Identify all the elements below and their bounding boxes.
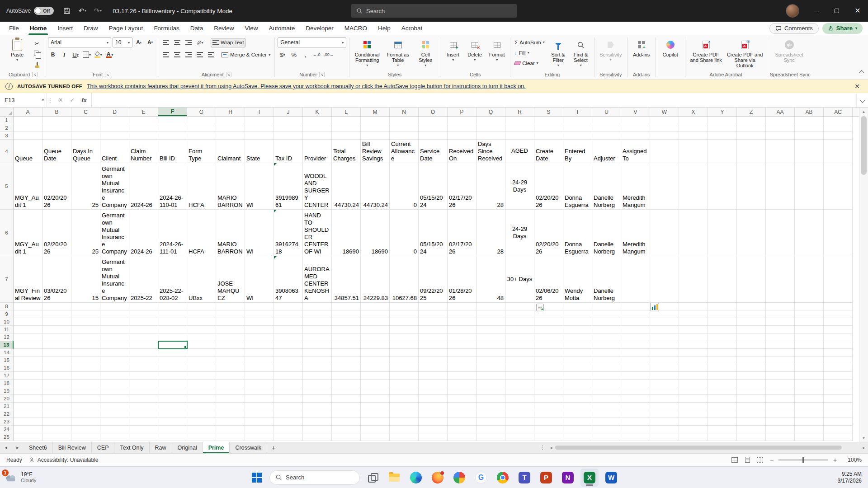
cell-s3[interactable] xyxy=(534,132,563,140)
title-search-box[interactable]: Search xyxy=(351,4,517,18)
cell-l7[interactable]: 34857.51 xyxy=(332,256,361,303)
cell-f24[interactable] xyxy=(158,426,187,433)
row-header-15[interactable]: 15 xyxy=(0,357,14,364)
cell-v15[interactable] xyxy=(621,357,650,364)
cell-s11[interactable] xyxy=(534,326,563,333)
row-header-1[interactable]: 1 xyxy=(0,117,14,124)
cell-s4[interactable]: Create Date xyxy=(534,140,563,163)
cell-e1[interactable] xyxy=(129,117,158,124)
formula-input[interactable] xyxy=(92,93,856,107)
cell-l24[interactable] xyxy=(332,426,361,433)
cell-i2[interactable] xyxy=(245,124,274,132)
cell-q21[interactable] xyxy=(476,403,505,410)
cell-q10[interactable] xyxy=(476,318,505,326)
cell-m6[interactable]: 18690 xyxy=(361,210,390,256)
cell-q7[interactable]: 48 xyxy=(476,256,505,303)
cell-y6[interactable] xyxy=(708,210,737,256)
cell-o18[interactable] xyxy=(419,380,448,387)
cell-f12[interactable] xyxy=(158,333,187,341)
row-header-8[interactable]: 8 xyxy=(0,303,14,310)
cell-a5[interactable]: MGY_Audit 1 xyxy=(14,163,42,210)
cell-p12[interactable] xyxy=(448,333,476,341)
cell-e6[interactable]: 2024-26 xyxy=(129,210,158,256)
cell-k12[interactable] xyxy=(303,333,332,341)
cell-o6[interactable]: 05/15/2024 xyxy=(419,210,448,256)
cell-a23[interactable] xyxy=(14,418,42,426)
cell-h3[interactable] xyxy=(216,132,245,140)
cell-n15[interactable] xyxy=(390,357,419,364)
cell-t8[interactable] xyxy=(563,303,592,310)
cell-g24[interactable] xyxy=(187,426,216,433)
sensitivity-button[interactable]: Sensitivity▾ xyxy=(597,38,624,64)
cell-ab16[interactable] xyxy=(795,364,824,372)
cell-a16[interactable] xyxy=(14,364,42,372)
cell-z17[interactable] xyxy=(737,372,766,380)
cell-ab6[interactable] xyxy=(795,210,824,256)
cell-ab5[interactable] xyxy=(795,163,824,210)
cell-x12[interactable] xyxy=(679,333,708,341)
cell-e7[interactable]: 2025-22 xyxy=(129,256,158,303)
cell-m17[interactable] xyxy=(361,372,390,380)
cell-w18[interactable] xyxy=(650,380,679,387)
cell-ab12[interactable] xyxy=(795,333,824,341)
cell-x6[interactable] xyxy=(679,210,708,256)
taskbar-icon-firefox[interactable] xyxy=(429,469,447,487)
cell-l13[interactable] xyxy=(332,341,361,349)
cell-j11[interactable] xyxy=(274,326,303,333)
cell-l15[interactable] xyxy=(332,357,361,364)
cell-b8[interactable] xyxy=(42,303,71,310)
cell-q12[interactable] xyxy=(476,333,505,341)
cell-a11[interactable] xyxy=(14,326,42,333)
cell-e20[interactable] xyxy=(129,395,158,403)
cell-aa9[interactable] xyxy=(766,310,795,318)
cell-aa5[interactable] xyxy=(766,163,795,210)
cell-w17[interactable] xyxy=(650,372,679,380)
create-pdf-share-link-button[interactable]: Create PDF and Share link xyxy=(688,38,724,64)
cell-ab18[interactable] xyxy=(795,380,824,387)
cell-j9[interactable] xyxy=(274,310,303,318)
row-header-20[interactable]: 20 xyxy=(0,395,14,403)
accounting-format-button[interactable]: $▾ xyxy=(278,50,288,60)
cell-t5[interactable]: Donna Esguerra xyxy=(563,163,592,210)
cell-e5[interactable]: 2024-26 xyxy=(129,163,158,210)
cell-p13[interactable] xyxy=(448,341,476,349)
cell-w1[interactable] xyxy=(650,117,679,124)
cell-e14[interactable] xyxy=(129,349,158,357)
cell-n7[interactable]: 10627.68 xyxy=(390,256,419,303)
cell-w16[interactable] xyxy=(650,364,679,372)
cell-h12[interactable] xyxy=(216,333,245,341)
cell-z18[interactable] xyxy=(737,380,766,387)
cell-i23[interactable] xyxy=(245,418,274,426)
cell-b23[interactable] xyxy=(42,418,71,426)
sheet-tab-sheet6[interactable]: Sheet6 xyxy=(24,442,53,453)
cell-o7[interactable]: 09/22/2025 xyxy=(419,256,448,303)
cell-m24[interactable] xyxy=(361,426,390,433)
cell-a18[interactable] xyxy=(14,380,42,387)
cell-k21[interactable] xyxy=(303,403,332,410)
cell-z22[interactable] xyxy=(737,410,766,418)
cell-q25[interactable] xyxy=(476,433,505,441)
cell-t21[interactable] xyxy=(563,403,592,410)
cell-m23[interactable] xyxy=(361,418,390,426)
cell-r19[interactable] xyxy=(505,387,534,395)
cell-c20[interactable] xyxy=(71,395,100,403)
cell-c6[interactable]: 25 xyxy=(71,210,100,256)
cell-q2[interactable] xyxy=(476,124,505,132)
cell-q1[interactable] xyxy=(476,117,505,124)
cell-d1[interactable] xyxy=(100,117,129,124)
cell-i9[interactable] xyxy=(245,310,274,318)
cell-h10[interactable] xyxy=(216,318,245,326)
save-button[interactable] xyxy=(60,4,74,18)
column-header-o[interactable]: O xyxy=(419,108,448,116)
column-header-a[interactable]: A xyxy=(14,108,42,116)
cell-ac20[interactable] xyxy=(824,395,853,403)
cell-c25[interactable] xyxy=(71,433,100,441)
cancel-entry-button[interactable]: ✕ xyxy=(55,95,66,106)
cell-n17[interactable] xyxy=(390,372,419,380)
cell-r1[interactable] xyxy=(505,117,534,124)
cell-s15[interactable] xyxy=(534,357,563,364)
cell-t12[interactable] xyxy=(563,333,592,341)
cell-z12[interactable] xyxy=(737,333,766,341)
cell-l19[interactable] xyxy=(332,387,361,395)
column-header-x[interactable]: X xyxy=(679,108,708,116)
